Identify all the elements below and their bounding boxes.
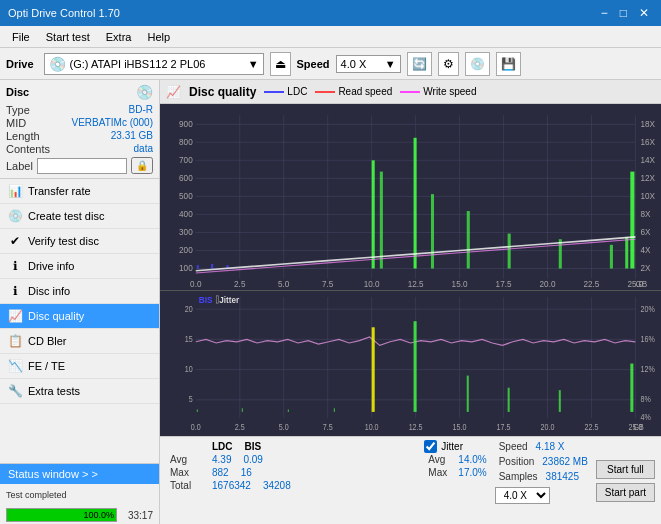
progress-bar-container: 100.0% 33:17 <box>0 506 159 524</box>
disc-contents-row: Contents data <box>6 143 153 155</box>
maximize-button[interactable]: □ <box>616 7 631 19</box>
jitter-max-row: Max 17.0% <box>424 466 486 479</box>
svg-text:700: 700 <box>179 154 193 164</box>
start-part-button[interactable]: Start part <box>596 483 655 502</box>
app-title: Opti Drive Control 1.70 <box>8 7 120 19</box>
minimize-button[interactable]: − <box>597 7 612 19</box>
speed-selector[interactable]: 4.0 X ▼ <box>336 55 401 73</box>
svg-text:10.0: 10.0 <box>365 422 380 432</box>
svg-text:20%: 20% <box>641 304 655 314</box>
sidebar-item-transfer-rate[interactable]: 📊 Transfer rate <box>0 179 159 204</box>
svg-text:600: 600 <box>179 172 193 182</box>
speed-label2: Speed <box>495 440 532 453</box>
svg-text:8%: 8% <box>641 395 651 405</box>
svg-text:16%: 16% <box>641 334 655 344</box>
svg-rect-103 <box>242 408 243 412</box>
jitter-label: Jitter <box>441 441 463 452</box>
svg-text:0.0: 0.0 <box>191 422 202 432</box>
drive-selector[interactable]: 💿 (G:) ATAPI iHBS112 2 PL06 ▼ <box>44 53 264 75</box>
svg-text:Jitter: Jitter <box>219 294 239 305</box>
svg-text:100: 100 <box>179 262 193 272</box>
svg-rect-56 <box>431 194 434 268</box>
sidebar-item-cd-bler[interactable]: 📋 CD Bler <box>0 329 159 354</box>
charts-container: 900 800 700 600 500 400 300 200 100 18X … <box>160 104 661 436</box>
legend-read-speed: Read speed <box>315 86 392 97</box>
svg-text:20: 20 <box>185 304 194 314</box>
svg-rect-109 <box>508 388 510 412</box>
sidebar-item-disc-info[interactable]: ℹ Disc info <box>0 279 159 304</box>
elapsed-time: 33:17 <box>121 510 153 521</box>
svg-text:7.5: 7.5 <box>322 278 334 288</box>
menu-bar: File Start test Extra Help <box>0 26 661 48</box>
sidebar-item-drive-info[interactable]: ℹ Drive info <box>0 254 159 279</box>
stats-avg-bis: 0.09 <box>237 453 268 466</box>
samples-row: Samples 381425 <box>495 470 588 483</box>
svg-text:BIS: BIS <box>199 294 213 305</box>
menu-file[interactable]: File <box>4 29 38 45</box>
samples-label: Samples <box>495 470 542 483</box>
svg-text:18X: 18X <box>641 118 656 128</box>
sidebar-item-disc-quality[interactable]: 📈 Disc quality <box>0 304 159 329</box>
disc-length-value: 23.31 GB <box>111 130 153 142</box>
menu-help[interactable]: Help <box>139 29 178 45</box>
svg-rect-106 <box>372 327 375 412</box>
svg-rect-58 <box>508 234 511 269</box>
drive-bar: Drive 💿 (G:) ATAPI iHBS112 2 PL06 ▼ ⏏ Sp… <box>0 48 661 80</box>
nav-cd-bler-label: CD Bler <box>28 335 67 347</box>
svg-text:10.0: 10.0 <box>364 278 380 288</box>
jitter-header-row: Jitter <box>424 440 486 453</box>
disc-contents-value: data <box>134 143 153 155</box>
svg-text:12.5: 12.5 <box>409 422 424 432</box>
menu-start-test[interactable]: Start test <box>38 29 98 45</box>
label-edit-button[interactable]: 🔒 <box>131 157 153 174</box>
sidebar-item-extra-tests[interactable]: 🔧 Extra tests <box>0 379 159 404</box>
disc-label-input[interactable] <box>37 158 127 174</box>
bottom-chart-svg: 20 15 10 5 20% 16% 12% 8% 4% 0.0 2.5 5.0… <box>160 291 661 436</box>
svg-text:GB: GB <box>633 422 643 432</box>
jitter-avg-value: 14.0% <box>458 454 486 465</box>
top-chart-svg: 900 800 700 600 500 400 300 200 100 18X … <box>160 104 661 290</box>
disc-mid-label: MID <box>6 117 26 129</box>
save-button[interactable]: 💾 <box>496 52 521 76</box>
chart-header-icon: 📈 <box>166 85 181 99</box>
main-layout: Disc 💿 Type BD-R MID VERBATIMc (000) Len… <box>0 80 661 524</box>
svg-text:300: 300 <box>179 226 193 236</box>
sidebar-item-fe-te[interactable]: 📉 FE / TE <box>0 354 159 379</box>
start-full-button[interactable]: Start full <box>596 460 655 479</box>
extra-tests-icon: 🔧 <box>8 384 22 398</box>
nav-disc-info-label: Disc info <box>28 285 70 297</box>
sidebar-item-create-test-disc[interactable]: 💿 Create test disc <box>0 204 159 229</box>
speed-row: Speed 4.18 X <box>495 440 588 453</box>
drive-label: Drive <box>6 58 34 70</box>
svg-text:200: 200 <box>179 244 193 254</box>
svg-text:800: 800 <box>179 136 193 146</box>
svg-text:16X: 16X <box>641 136 656 146</box>
stats-avg-row: Avg 4.39 0.09 <box>166 453 416 466</box>
svg-rect-53 <box>372 160 375 268</box>
svg-text:10: 10 <box>185 364 194 374</box>
position-value: 23862 MB <box>542 456 588 467</box>
status-window-button[interactable]: Status window > > <box>0 464 159 484</box>
svg-rect-50 <box>197 265 199 268</box>
speed-dropdown[interactable]: 4.0 X 8.0 X 12.0 X <box>495 487 550 504</box>
svg-rect-55 <box>414 138 417 269</box>
disc-button[interactable]: 💿 <box>465 52 490 76</box>
progress-area: Test completed <box>0 484 159 506</box>
stats-area: LDC BIS Avg 4.39 0.09 Max 882 16 Total 1… <box>160 436 661 524</box>
sidebar-item-verify-test-disc[interactable]: ✔ Verify test disc <box>0 229 159 254</box>
svg-text:20.0: 20.0 <box>541 422 556 432</box>
jitter-checkbox[interactable] <box>424 440 437 453</box>
stats-max-row: Max 882 16 <box>166 466 416 479</box>
stats-max-ldc: 882 <box>206 466 235 479</box>
close-button[interactable]: ✕ <box>635 7 653 19</box>
stats-ldc-header: LDC <box>206 440 239 453</box>
eject-button[interactable]: ⏏ <box>270 52 291 76</box>
settings-button[interactable]: ⚙ <box>438 52 459 76</box>
svg-text:2X: 2X <box>641 262 651 272</box>
menu-extra[interactable]: Extra <box>98 29 140 45</box>
speed-value: 4.18 X <box>536 441 565 452</box>
disc-type-label: Type <box>6 104 30 116</box>
refresh-button[interactable]: 🔄 <box>407 52 432 76</box>
buttons-section: Start full Start part <box>596 440 655 521</box>
title-bar: Opti Drive Control 1.70 − □ ✕ <box>0 0 661 26</box>
